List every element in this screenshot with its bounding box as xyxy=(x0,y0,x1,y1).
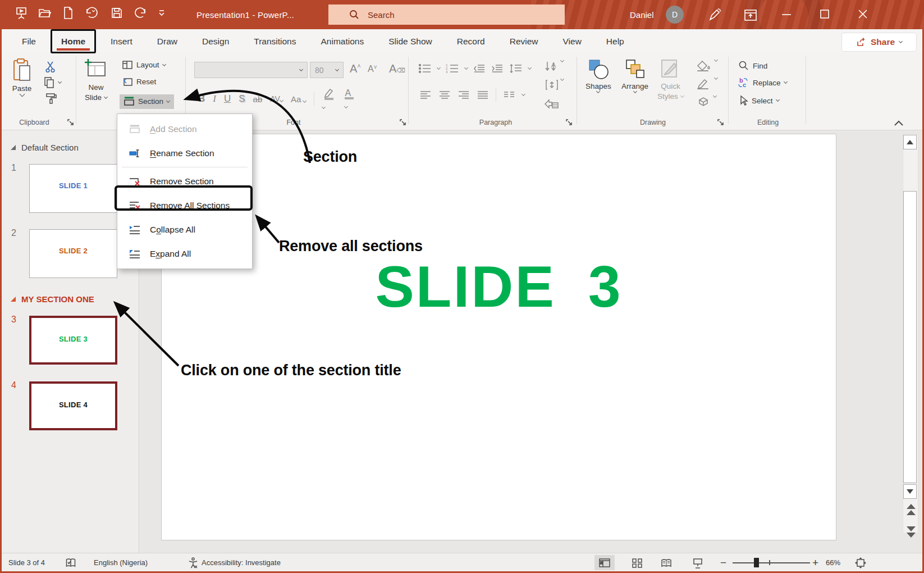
shape-effects-button[interactable] xyxy=(697,96,716,107)
decrease-indent-button[interactable] xyxy=(473,63,486,74)
shapes-button[interactable]: Shapes xyxy=(585,58,611,93)
columns-button[interactable] xyxy=(503,90,515,99)
dialog-launcher-icon[interactable] xyxy=(399,119,406,126)
menu-item-rename-section[interactable]: Rename Section xyxy=(117,141,252,165)
slide-thumbnail-1[interactable]: SLIDE 1 xyxy=(29,164,117,213)
slideshow-icon[interactable] xyxy=(15,6,28,20)
new-file-icon[interactable] xyxy=(62,6,74,20)
zoom-slider-handle[interactable] xyxy=(754,558,759,567)
layout-button[interactable]: Layout xyxy=(122,60,166,70)
arrange-button[interactable]: Arrange xyxy=(621,58,648,93)
shape-fill-button[interactable] xyxy=(697,60,717,71)
section-button[interactable]: Section xyxy=(120,94,174,109)
tab-slide-show[interactable]: Slide Show xyxy=(376,29,445,53)
slide-thumbnail-2[interactable]: SLIDE 2 xyxy=(29,229,117,278)
section-collapse-icon[interactable] xyxy=(11,145,16,150)
menu-item-collapse-all[interactable]: Collapse All xyxy=(117,217,252,242)
accessibility-icon[interactable] xyxy=(187,553,199,572)
new-slide-button[interactable]: New Slide xyxy=(84,58,108,103)
tab-draw[interactable]: Draw xyxy=(145,29,190,53)
fit-slide-to-window-button[interactable] xyxy=(850,555,871,570)
tab-help[interactable]: Help xyxy=(594,29,637,53)
save-icon[interactable] xyxy=(110,6,123,20)
quick-styles-button[interactable]: Quick Styles xyxy=(657,58,684,102)
scroll-up-button[interactable] xyxy=(903,135,917,149)
strikethrough-button[interactable]: ab xyxy=(253,94,263,104)
spellcheck-icon[interactable] xyxy=(65,553,77,572)
section-header-my-section-one[interactable]: MY SECTION ONE xyxy=(11,294,94,304)
italic-button[interactable]: I xyxy=(213,93,216,104)
maximize-button[interactable] xyxy=(818,8,831,20)
align-right-button[interactable] xyxy=(458,90,470,99)
design-ideas-pen-icon[interactable] xyxy=(707,8,722,22)
tab-view[interactable]: View xyxy=(551,29,594,53)
slideshow-view-button[interactable] xyxy=(688,555,708,570)
collapse-ribbon-icon[interactable] xyxy=(893,120,904,126)
format-painter-icon[interactable] xyxy=(44,92,58,105)
undo-icon[interactable] xyxy=(84,6,100,20)
align-left-button[interactable] xyxy=(419,90,432,99)
font-color-button[interactable]: A xyxy=(345,88,354,110)
justify-button[interactable] xyxy=(477,90,489,99)
section-header-default[interactable]: Default Section xyxy=(11,143,79,152)
change-case-button[interactable]: Aa xyxy=(291,94,307,104)
line-spacing-button[interactable] xyxy=(509,63,523,74)
tab-design[interactable]: Design xyxy=(190,29,241,53)
redo-icon[interactable] xyxy=(133,6,148,20)
user-name[interactable]: Daniel xyxy=(630,0,654,29)
previous-slide-button[interactable] xyxy=(907,503,916,516)
open-folder-icon[interactable] xyxy=(38,6,52,20)
dialog-launcher-icon[interactable] xyxy=(717,119,724,126)
language-indicator[interactable]: English (Nigeria) xyxy=(94,553,148,572)
highlight-color-button[interactable] xyxy=(322,87,337,111)
share-button[interactable]: Share xyxy=(841,33,917,52)
dialog-launcher-icon[interactable] xyxy=(67,119,74,126)
menu-item-remove-all-sections[interactable]: Remove All Sections xyxy=(117,193,252,217)
copy-button[interactable] xyxy=(43,76,61,89)
shrink-font-button[interactable]: A˅ xyxy=(368,64,377,74)
tab-file[interactable]: File xyxy=(10,29,48,53)
tab-home[interactable]: Home xyxy=(51,29,96,53)
slide-canvas[interactable]: SLIDE 3 xyxy=(161,134,836,540)
ribbon-display-options-icon[interactable] xyxy=(743,8,758,22)
select-button[interactable]: Select xyxy=(738,95,779,106)
bullets-button[interactable] xyxy=(418,63,432,74)
accessibility-status[interactable]: Accessibility: Investigate xyxy=(202,553,281,572)
replace-button[interactable]: bc Replace xyxy=(737,77,787,88)
close-button[interactable] xyxy=(857,8,869,20)
slide-thumbnail-4[interactable]: SLIDE 4 xyxy=(29,381,117,430)
next-slide-button[interactable] xyxy=(907,526,916,538)
tab-review[interactable]: Review xyxy=(497,29,551,53)
numbering-button[interactable]: 123 xyxy=(446,63,459,74)
slide-sorter-view-button[interactable] xyxy=(627,555,647,570)
text-shadow-button[interactable]: S xyxy=(239,93,245,104)
tab-insert[interactable]: Insert xyxy=(98,29,145,53)
tab-transitions[interactable]: Transitions xyxy=(241,29,308,53)
align-center-button[interactable] xyxy=(438,90,451,99)
zoom-level[interactable]: 66% xyxy=(826,553,840,572)
font-size-select[interactable]: 80 xyxy=(310,62,344,78)
clear-formatting-button[interactable]: A⌫ xyxy=(389,62,405,75)
avatar[interactable]: D xyxy=(666,6,684,24)
search-box[interactable]: Search xyxy=(328,4,565,25)
menu-item-expand-all[interactable]: Expand All xyxy=(117,242,252,266)
find-button[interactable]: Find xyxy=(738,60,767,71)
zoom-in-button[interactable]: + xyxy=(812,553,818,572)
text-direction-button[interactable]: A xyxy=(544,61,564,73)
shape-outline-button[interactable] xyxy=(697,78,717,89)
slide-indicator[interactable]: Slide 3 of 4 xyxy=(8,553,45,572)
normal-view-button[interactable] xyxy=(594,555,615,570)
dialog-launcher-icon[interactable] xyxy=(565,119,573,126)
scrollbar-thumb[interactable] xyxy=(903,191,917,483)
tab-animations[interactable]: Animations xyxy=(308,29,376,53)
reading-view-button[interactable] xyxy=(656,555,676,570)
slide-title-text[interactable]: SLIDE 3 xyxy=(376,253,623,320)
tab-record[interactable]: Record xyxy=(445,29,497,53)
align-text-button[interactable] xyxy=(545,79,564,90)
underline-button[interactable]: U xyxy=(224,93,231,104)
slide-thumbnail-3[interactable]: SLIDE 3 xyxy=(29,316,117,365)
paste-button[interactable]: Paste xyxy=(11,58,33,96)
grow-font-button[interactable]: A˄ xyxy=(350,62,361,75)
menu-item-remove-section[interactable]: Remove Section xyxy=(117,169,252,193)
zoom-out-button[interactable]: − xyxy=(720,553,726,572)
